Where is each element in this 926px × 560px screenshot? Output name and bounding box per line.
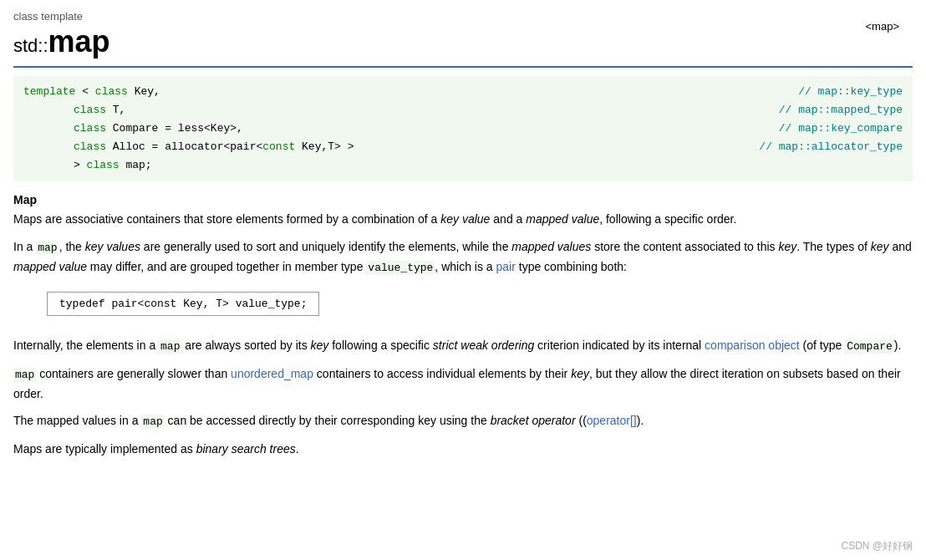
paragraph-6: Maps are typically implemented as binary… bbox=[13, 440, 913, 458]
comparison-object-link[interactable]: comparison object bbox=[705, 339, 800, 352]
class-template-label: class template bbox=[13, 10, 913, 23]
main-title: std::map bbox=[13, 24, 110, 59]
paragraph-4: map containers are generally slower than… bbox=[13, 364, 913, 403]
paragraph-5: The mapped values in a map can be access… bbox=[13, 411, 913, 431]
paragraph-3: Internally, the elements in a map are al… bbox=[13, 336, 913, 356]
template-code-block: template < class Key, // map::key_type c… bbox=[13, 76, 913, 181]
operator-bracket-link[interactable]: operator[] bbox=[587, 414, 637, 427]
unordered-map-link[interactable]: unordered_map bbox=[231, 367, 313, 380]
paragraph-2: In a map, the key values are generally u… bbox=[13, 237, 913, 277]
watermark: CSDN @好好钢 bbox=[841, 539, 913, 553]
pair-link[interactable]: pair bbox=[496, 260, 516, 273]
paragraph-1: Maps are associative containers that sto… bbox=[13, 210, 913, 228]
section-title: Map bbox=[13, 193, 913, 206]
typedef-box: typedef pair<const Key, T> value_type; bbox=[47, 292, 319, 316]
blue-divider bbox=[13, 66, 913, 68]
map-top-link[interactable]: <map> bbox=[866, 20, 899, 33]
